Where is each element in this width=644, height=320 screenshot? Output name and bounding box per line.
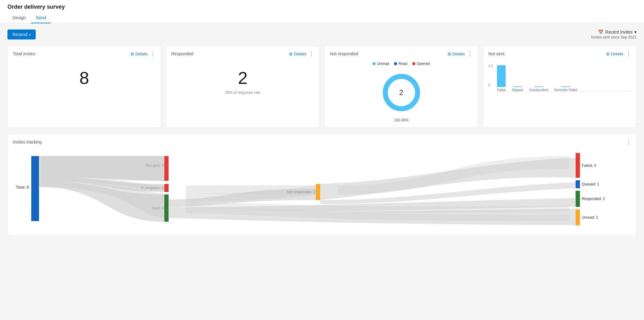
cards-row: Total invites ⊞ Details ⋮ 8 Responded ⊞ <box>7 46 637 128</box>
not-responded-title: Not responded <box>330 51 358 56</box>
grid-icon: ⊞ <box>131 52 134 56</box>
y-axis-min: 0 <box>488 83 493 87</box>
tracking-header: Invites tracking ⋮ <box>13 139 631 145</box>
node-not-responded <box>316 184 320 200</box>
node-queued-label: Queued: 1 <box>582 182 599 186</box>
total-invites-value: 8 <box>13 62 156 94</box>
calendar-icon: 📅 <box>598 30 603 34</box>
recent-invites-container: 📅 Recent invites ▾ Invites sent since Se… <box>591 30 637 39</box>
not-sent-card: Not sent ⊞ Details ⋮ 3.2 0 <box>483 46 637 128</box>
bar-skipped-rect <box>513 86 522 87</box>
details-label: Details <box>135 52 148 56</box>
node-responded <box>576 191 580 207</box>
donut-percentage: 100.00% <box>394 118 409 122</box>
read-label: Read <box>398 62 407 66</box>
app-header: Order delivery survey Design Send <box>0 0 644 23</box>
card-actions: ⊞ Details ⋮ <box>606 51 631 57</box>
tracking-title: Invites tracking <box>13 139 42 144</box>
node-total-label: Total: 8 <box>16 185 29 190</box>
not-sent-more-button[interactable]: ⋮ <box>626 51 631 57</box>
node-not-sent <box>164 156 169 181</box>
node-sent <box>164 194 169 222</box>
total-invites-details-button[interactable]: ⊞ Details <box>131 52 148 56</box>
node-failed <box>576 153 580 178</box>
bar-failed: Failed <box>497 64 506 92</box>
resend-label: Resend <box>12 32 27 37</box>
total-invites-card: Total invites ⊞ Details ⋮ 8 <box>7 46 161 128</box>
grid-icon: ⊞ <box>289 52 293 56</box>
sankey-svg: Total: 8 Not sent: 3 In progress: 1 Sent… <box>13 150 631 231</box>
bar-failed-rect <box>497 65 506 87</box>
responded-sub: 25% of response rate <box>171 90 314 95</box>
bar-unsubscribed: Unsubscribed <box>529 64 548 92</box>
bar-reminder-failed-label: Reminder Failed <box>554 88 577 92</box>
responded-value: 2 <box>171 62 314 94</box>
bar-failed-label: Failed <box>497 88 505 92</box>
card-actions: ⊞ Details ⋮ <box>131 51 156 57</box>
donut-container: Unread Read Opened 2 <box>330 62 473 122</box>
total-invites-more-button[interactable]: ⋮ <box>150 51 156 57</box>
tabs-container: Design Send <box>7 13 637 23</box>
grid-icon: ⊞ <box>448 52 451 56</box>
donut-legend: Unread Read Opened <box>373 62 430 66</box>
legend-unread: Unread <box>373 62 389 66</box>
opened-dot <box>412 62 415 65</box>
unread-label: Unread <box>377 62 389 66</box>
y-axis-max: 3.2 <box>488 64 493 68</box>
not-responded-card: Not responded ⊞ Details ⋮ Unread <box>324 46 478 128</box>
card-header: Not sent ⊞ Details ⋮ <box>488 51 631 57</box>
responded-more-button[interactable]: ⋮ <box>309 51 314 57</box>
card-header: Total invites ⊞ Details ⋮ <box>13 51 156 57</box>
not-sent-title: Not sent <box>488 51 504 56</box>
sankey-diagram: Total: 8 Not sent: 3 In progress: 1 Sent… <box>13 150 631 231</box>
donut-chart: 2 <box>380 71 423 114</box>
page-title: Order delivery survey <box>7 4 637 10</box>
donut-center-value: 2 <box>399 88 403 97</box>
node-unread-label: Unread: 2 <box>582 215 598 220</box>
chevron-down-icon: ▾ <box>634 30 637 34</box>
opened-label: Opened <box>417 62 430 66</box>
not-responded-more-button[interactable]: ⋮ <box>467 51 473 57</box>
responded-title: Responded <box>171 51 194 56</box>
chevron-down-icon: ▾ <box>29 33 31 36</box>
responded-card: Responded ⊞ Details ⋮ 2 25% of response … <box>166 46 320 128</box>
bar-reminder-failed: Reminder Failed <box>554 64 577 92</box>
node-responded-label: Responded: 2 <box>582 197 605 201</box>
bar-skipped: Skipped <box>512 64 523 92</box>
node-in-progress <box>164 184 169 192</box>
tab-send[interactable]: Send <box>31 13 51 23</box>
card-actions: ⊞ Details ⋮ <box>289 51 314 57</box>
bar-skipped-label: Skipped <box>512 88 523 92</box>
legend-read: Read <box>394 62 407 66</box>
node-unread <box>576 209 580 226</box>
details-label: Details <box>294 52 306 56</box>
unread-dot <box>373 62 376 65</box>
bar-unsubscribed-rect <box>534 86 543 87</box>
legend-opened: Opened <box>412 62 430 66</box>
card-header: Not responded ⊞ Details ⋮ <box>330 51 473 57</box>
main-content: Resend ▾ 📅 Recent invites ▾ Invites sent… <box>0 23 644 242</box>
tab-design[interactable]: Design <box>7 13 31 23</box>
not-responded-details-button[interactable]: ⊞ Details <box>448 52 465 56</box>
not-sent-bar-chart: 3.2 0 Failed Skipped <box>488 62 631 94</box>
not-sent-details-button[interactable]: ⊞ Details <box>606 52 623 56</box>
node-queued <box>576 180 580 188</box>
tracking-section: Invites tracking ⋮ <box>7 134 637 236</box>
recent-invites-label: Recent invites <box>605 30 633 34</box>
responded-details-button[interactable]: ⊞ Details <box>289 52 306 56</box>
toolbar: Resend ▾ 📅 Recent invites ▾ Invites sent… <box>7 30 637 39</box>
recent-invites-subtitle: Invites sent since Sep 2021 <box>591 35 637 39</box>
node-failed-label: Failed: 3 <box>582 163 596 168</box>
card-header: Responded ⊞ Details ⋮ <box>171 51 314 57</box>
card-actions: ⊞ Details ⋮ <box>448 51 473 57</box>
grid-icon: ⊞ <box>606 52 610 56</box>
recent-invites-button[interactable]: 📅 Recent invites ▾ <box>598 30 637 34</box>
details-label: Details <box>452 52 465 56</box>
total-invites-title: Total invites <box>13 51 35 56</box>
resend-button[interactable]: Resend ▾ <box>7 30 36 39</box>
read-dot <box>394 62 397 65</box>
tracking-more-button[interactable]: ⋮ <box>626 139 631 145</box>
bar-unsubscribed-label: Unsubscribed <box>529 88 548 92</box>
details-label: Details <box>611 52 623 56</box>
node-total <box>31 156 39 221</box>
